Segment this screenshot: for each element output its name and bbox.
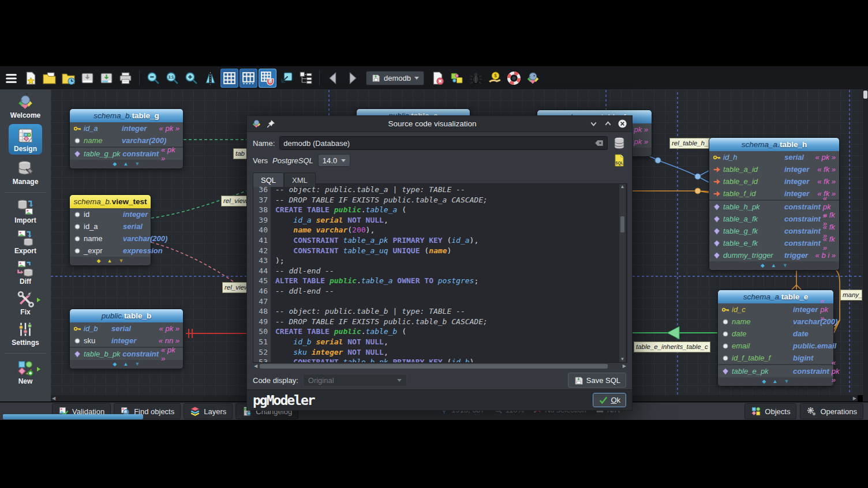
menu-button[interactable] (2, 69, 20, 88)
pin-icon[interactable] (266, 119, 276, 129)
save-model-button[interactable] (59, 69, 77, 88)
import-file-button[interactable] (78, 69, 96, 88)
snap-grid-button[interactable] (259, 69, 276, 88)
table-column-row[interactable]: _exprexpression (70, 245, 151, 257)
scroll-right-icon[interactable]: ▶ (853, 395, 856, 401)
about-button[interactable] (524, 69, 542, 88)
table-header[interactable]: schema_a.table_h (709, 138, 839, 151)
relationship-label[interactable]: tab (233, 148, 247, 159)
scroll-down-icon[interactable]: ▼ (619, 356, 626, 362)
mirror-button[interactable] (201, 69, 219, 88)
operations-button[interactable]: Operations (800, 403, 863, 419)
scroll-right-icon[interactable]: ▶ (623, 363, 626, 370)
collapse-diamond-icon[interactable]: ◆ (761, 263, 765, 268)
collapse-down-icon[interactable]: ▼ (118, 258, 124, 264)
table-column-row[interactable]: table_e_idinteger« fk » (709, 175, 839, 187)
open-model-button[interactable] (40, 69, 58, 88)
zoom-out-button[interactable] (144, 69, 162, 88)
page-delimiters-button[interactable] (240, 69, 257, 88)
table-header[interactable]: schema_b.table_g (70, 109, 183, 122)
tab-xml[interactable]: XML (284, 172, 316, 187)
table-column-row[interactable]: namevarchar(200) (718, 316, 833, 328)
relationship-label[interactable]: many_ (840, 290, 862, 301)
table-column-row[interactable]: id_cinteger« pk » (718, 303, 833, 316)
sql-code-pane[interactable]: 363738394041424344454647484950515253 -- … (253, 183, 627, 363)
sidebar-item-diff[interactable]: Diff (17, 260, 34, 286)
fit-view-button[interactable] (278, 69, 295, 88)
close-dialog-icon[interactable] (618, 119, 627, 129)
table-column-row[interactable]: id_aserial (70, 220, 151, 232)
save-sql-button[interactable]: Save SQL (568, 373, 626, 388)
plugins-button[interactable] (448, 69, 466, 88)
table-constraint-row[interactable]: dummy_triggertrigger« b i » (709, 249, 839, 261)
zoom-in-button[interactable] (182, 69, 200, 88)
table-column-row[interactable]: datedate (718, 328, 833, 340)
collapse-diamond-icon[interactable]: ◆ (113, 362, 117, 367)
scroll-left-icon[interactable]: ◀ (52, 395, 55, 401)
table-column-row[interactable]: table_a_idinteger« fk » (709, 163, 839, 175)
table-header[interactable]: schema_a.table_e (718, 290, 833, 303)
collapse-up-icon[interactable]: ▲ (107, 258, 113, 264)
canvas-vertical-scrollbar[interactable] (863, 89, 868, 401)
sidebar-item-new[interactable]: New (17, 359, 34, 385)
table-column-row[interactable]: table_f_idinteger« fk » (709, 187, 839, 200)
sidebar-item-export[interactable]: Export (14, 229, 36, 255)
table-card-table_e[interactable]: schema_a.table_eid_cinteger« pk »namevar… (717, 290, 834, 386)
table-card-table_g[interactable]: schema_b.table_gid_ainteger« pk »namevar… (69, 108, 184, 169)
collapse-down-icon[interactable]: ▼ (134, 162, 140, 167)
dialog-title-bar[interactable]: Source code visualization (247, 116, 632, 132)
shade-window-icon[interactable] (589, 119, 598, 129)
show-grid-button[interactable] (220, 69, 238, 88)
table-constraint-row[interactable]: table_a_fkconstraint« fk » (709, 213, 839, 225)
table-constraint-row[interactable]: table_g_fkconstraint« fk » (709, 225, 839, 237)
table-constraint-row[interactable]: table_b_pkconstraint« pk » (70, 348, 183, 360)
sidebar-item-welcome[interactable]: Welcome (10, 93, 40, 119)
collapse-diamond-icon[interactable]: ◆ (762, 379, 766, 384)
objects-button[interactable]: Objects (744, 403, 796, 419)
code-horizontal-scrollbar[interactable]: ◀ ▶ (253, 363, 627, 370)
table-column-row[interactable]: namevarchar(200) (70, 232, 151, 245)
tab-sql[interactable]: SQL (253, 172, 284, 187)
export-file-button[interactable] (98, 69, 115, 88)
scroll-up-icon[interactable]: ▲ (619, 184, 626, 190)
collapse-down-icon[interactable]: ▼ (784, 379, 789, 384)
collapse-up-icon[interactable]: ▲ (124, 362, 129, 367)
sidebar-item-manage[interactable]: Manage (13, 160, 39, 186)
relationship-label[interactable]: table_e_inherits_table_c (634, 341, 710, 352)
relationship-label[interactable]: rel_table_h_ (669, 138, 710, 149)
table-column-row[interactable]: id_hserial« pk » (709, 151, 839, 163)
table-constraint-row[interactable]: table_e_fkconstraint« fk » (709, 237, 839, 249)
ok-button[interactable]: Ok (593, 393, 626, 407)
table-constraint-row[interactable]: table_g_pkconstraint« pk » (70, 148, 183, 160)
sidebar-item-design[interactable]: Design (9, 124, 42, 155)
sidebar-item-fix[interactable]: Fix (17, 290, 34, 316)
table-column-row[interactable]: id_f_table_fbigint (718, 352, 833, 364)
collapse-down-icon[interactable]: ▼ (134, 362, 140, 367)
table-card-table_b[interactable]: public.table_bid_bserial« pk »skuinteger… (69, 309, 184, 369)
table-column-row[interactable]: emailpublic.email (718, 340, 833, 352)
table-card-table_h[interactable]: schema_a.table_hid_hserial« pk »table_a_… (709, 137, 840, 271)
table-column-row[interactable]: idinteger (70, 208, 151, 220)
collapse-diamond-icon[interactable]: ◆ (113, 162, 117, 167)
relationships-view-button[interactable] (297, 69, 315, 88)
clear-input-icon[interactable] (594, 138, 604, 148)
table-column-row[interactable]: id_ainteger« pk » (70, 122, 183, 134)
version-select[interactable]: 14.0 (318, 154, 350, 167)
bug-report-button[interactable] (467, 69, 485, 88)
collapse-up-icon[interactable]: ▲ (771, 263, 776, 268)
collapse-down-icon[interactable]: ▼ (783, 263, 788, 268)
support-button[interactable] (505, 69, 523, 88)
table-constraint-row[interactable]: table_h_pkconstraint« pk » (709, 201, 839, 213)
table-column-row[interactable]: id_bserial« pk » (70, 322, 183, 335)
collapse-up-icon[interactable]: ▲ (773, 379, 778, 384)
zoom-reset-button[interactable]: 1:1 (163, 69, 181, 88)
table-constraint-row[interactable]: table_e_pkconstraint« pk » (718, 365, 833, 377)
nav-back-button[interactable] (324, 69, 342, 88)
donate-button[interactable]: $ (486, 69, 504, 88)
print-button[interactable] (117, 69, 134, 88)
table-header[interactable]: public.table_b (70, 309, 183, 322)
table-header[interactable]: schema_b.view_test (70, 195, 151, 208)
new-model-button[interactable] (21, 69, 39, 88)
collapse-up-icon[interactable]: ▲ (124, 162, 129, 167)
collapse-diamond-icon[interactable]: ◆ (97, 258, 101, 264)
